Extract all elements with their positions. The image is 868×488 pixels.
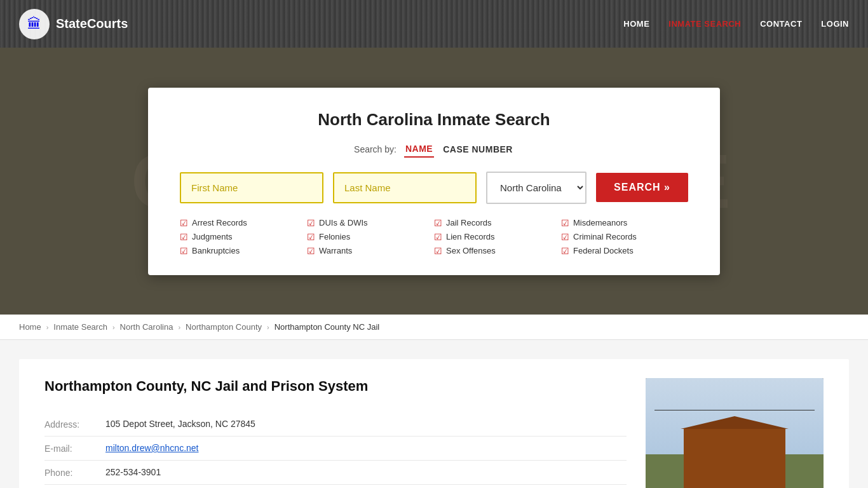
search-button[interactable]: SEARCH »: [596, 173, 688, 202]
search-title: North Carolina Inmate Search: [180, 110, 688, 130]
check-item: ☑Federal Dockets: [561, 246, 688, 256]
info-label: E-mail:: [44, 443, 95, 454]
logo-icon: 🏛: [19, 9, 50, 39]
nav-inmate-search[interactable]: INMATE SEARCH: [668, 19, 741, 29]
info-row: E-mail:milton.drew@nhcnc.net: [44, 437, 627, 461]
tab-case-number[interactable]: CASE NUMBER: [442, 142, 514, 157]
check-label: Warrants: [319, 246, 352, 255]
check-label: Bankruptcies: [192, 246, 240, 255]
check-label: Sex Offenses: [446, 246, 496, 255]
check-item: ☑Jail Records: [434, 218, 561, 228]
info-value: 252-534-3901: [105, 467, 161, 477]
info-label: Address:: [44, 419, 95, 430]
site-header: 🏛 StateCourts HOME INMATE SEARCH CONTACT…: [0, 0, 868, 48]
check-item: ☑Judgments: [180, 232, 307, 242]
check-item: ☑Sex Offenses: [434, 246, 561, 256]
content-left: Northampton County, NC Jail and Prison S…: [44, 378, 627, 488]
breadcrumb-nc[interactable]: North Carolina: [120, 322, 173, 332]
check-icon: ☑: [561, 246, 569, 256]
check-label: Criminal Records: [573, 232, 637, 241]
check-icon: ☑: [307, 232, 315, 242]
building-roof: [681, 416, 789, 429]
check-label: DUIs & DWIs: [319, 218, 368, 227]
logo-text: StateCourts: [56, 17, 128, 31]
tab-name[interactable]: NAME: [404, 141, 434, 158]
info-value[interactable]: milton.drew@nhcnc.net: [105, 443, 199, 453]
breadcrumb-sep-2: ›: [112, 323, 115, 331]
info-value: 105 Depot Street, Jackson, NC 27845: [105, 419, 255, 429]
check-item: ☑Criminal Records: [561, 232, 688, 242]
check-icon: ☑: [561, 232, 569, 242]
last-name-input[interactable]: [333, 172, 477, 203]
check-icon: ☑: [180, 232, 188, 242]
check-label: Misdemeanors: [573, 218, 627, 227]
check-icon: ☑: [434, 246, 442, 256]
check-item: ☑DUIs & DWIs: [307, 218, 434, 228]
check-icon: ☑: [307, 218, 315, 228]
check-item: ☑Lien Records: [434, 232, 561, 242]
search-by-label: Search by:: [354, 144, 397, 154]
info-label: Phone:: [44, 467, 95, 478]
check-item: ☑Warrants: [307, 246, 434, 256]
check-label: Arrest Records: [192, 218, 247, 227]
breadcrumb-county[interactable]: Northampton County: [186, 322, 262, 332]
check-item: ☑Felonies: [307, 232, 434, 242]
state-select[interactable]: North Carolina Alabama Alaska Arizona Fl…: [486, 172, 587, 204]
facility-title: Northampton County, NC Jail and Prison S…: [44, 378, 627, 395]
checkboxes-grid: ☑Arrest Records☑DUIs & DWIs☑Jail Records…: [180, 218, 688, 256]
search-inputs-row: North Carolina Alabama Alaska Arizona Fl…: [180, 172, 688, 204]
check-icon: ☑: [180, 246, 188, 256]
check-label: Felonies: [319, 232, 350, 241]
search-by-row: Search by: NAME CASE NUMBER: [180, 141, 688, 158]
hero-section: COURTHOUSE North Carolina Inmate Search …: [0, 48, 868, 315]
breadcrumb-sep-1: ›: [46, 323, 49, 331]
breadcrumb: Home › Inmate Search › North Carolina › …: [0, 315, 868, 340]
check-item: ☑Misdemeanors: [561, 218, 688, 228]
content-right: [646, 378, 824, 488]
check-label: Federal Dockets: [573, 246, 634, 255]
check-item: ☑Arrest Records: [180, 218, 307, 228]
wire-line: [654, 410, 815, 410]
check-icon: ☑: [561, 218, 569, 228]
info-row: Address:105 Depot Street, Jackson, NC 27…: [44, 412, 627, 437]
breadcrumb-sep-4: ›: [267, 323, 269, 331]
breadcrumb-home[interactable]: Home: [19, 322, 41, 332]
nav-home[interactable]: HOME: [623, 19, 649, 29]
check-label: Lien Records: [446, 232, 495, 241]
nav-contact[interactable]: CONTACT: [760, 19, 802, 29]
check-label: Jail Records: [446, 218, 492, 227]
check-icon: ☑: [434, 232, 442, 242]
building: [684, 429, 785, 488]
nav-login[interactable]: LOGIN: [821, 19, 849, 29]
check-icon: ☑: [434, 218, 442, 228]
check-icon: ☑: [307, 246, 315, 256]
info-row: Fax:252-534-1299: [44, 485, 627, 488]
breadcrumb-sep-3: ›: [178, 323, 180, 331]
breadcrumb-inmate-search[interactable]: Inmate Search: [53, 322, 107, 332]
facility-image-inner: [646, 378, 824, 488]
check-item: ☑Bankruptcies: [180, 246, 307, 256]
content-area: Northampton County, NC Jail and Prison S…: [0, 340, 868, 488]
first-name-input[interactable]: [180, 172, 323, 203]
info-row: Phone:252-534-3901: [44, 461, 627, 485]
info-table: Address:105 Depot Street, Jackson, NC 27…: [44, 412, 627, 488]
breadcrumb-current: Northampton County NC Jail: [275, 322, 379, 332]
check-icon: ☑: [180, 218, 188, 228]
check-label: Judgments: [192, 232, 233, 241]
main-nav: HOME INMATE SEARCH CONTACT LOGIN: [623, 19, 849, 29]
facility-image: [646, 378, 824, 488]
content-card: Northampton County, NC Jail and Prison S…: [19, 359, 849, 488]
logo-link[interactable]: 🏛 StateCourts: [19, 9, 128, 39]
search-card: North Carolina Inmate Search Search by: …: [148, 88, 720, 275]
